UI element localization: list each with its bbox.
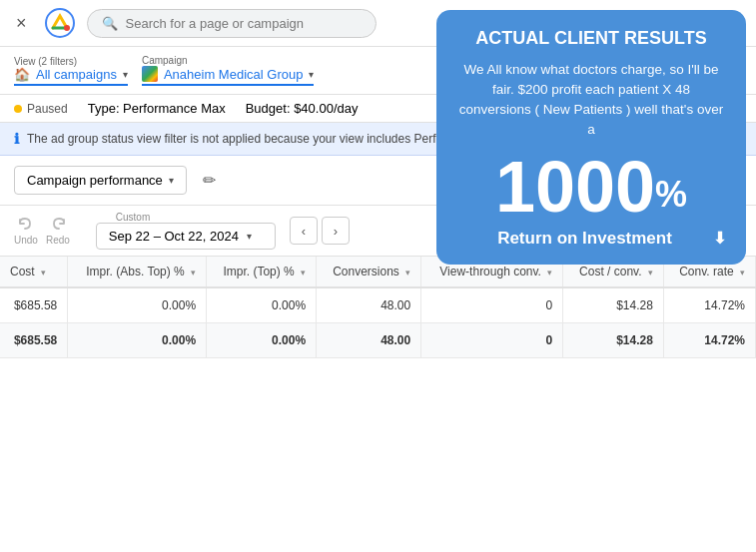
search-bar[interactable]: 🔍 (87, 9, 377, 38)
row-view-through: 0 (421, 287, 563, 323)
overlay-body: We All know what doctors charge, so I'll… (456, 60, 726, 141)
impr-abs-top-header[interactable]: Impr. (Abs. Top) % ▾ (68, 257, 207, 287)
view-sort-icon: ▾ (547, 268, 552, 277)
search-icon: 🔍 (102, 16, 118, 31)
campaign-icon (142, 66, 158, 82)
row-cost: $685.58 (0, 287, 68, 323)
all-campaigns-select[interactable]: 🏠 All campaigns ▾ (14, 67, 128, 86)
cost-conv-sort-icon: ▾ (648, 268, 653, 277)
svg-point-1 (64, 25, 70, 31)
campaign-filter-label: Campaign (142, 55, 314, 66)
undo-icon (17, 216, 35, 234)
budget-label: Budget: $40.00/day (246, 101, 359, 116)
row-conv-rate: 14.72% (663, 287, 755, 323)
campaign-performance-label: Campaign performance (27, 173, 163, 188)
conv-rate-sort-icon: ▾ (740, 268, 745, 277)
impr-top-sort-icon: ▾ (301, 268, 306, 277)
edit-icon[interactable]: ✏ (199, 167, 220, 194)
close-button[interactable]: × (10, 11, 33, 36)
paused-label: Paused (27, 102, 68, 116)
undo-label: Undo (14, 235, 38, 246)
overlay-roi-label: ⬇ Return on Investment (456, 229, 726, 249)
search-input[interactable] (126, 16, 362, 31)
info-message: The ad group status view filter is not a… (27, 132, 488, 146)
impr-top-header[interactable]: Impr. (Top) % ▾ (207, 257, 317, 287)
chevron-down-icon-2: ▾ (309, 69, 314, 80)
view-filter-group: View (2 filters) 🏠 All campaigns ▾ (14, 56, 128, 86)
redo-button[interactable]: Redo (46, 216, 70, 246)
info-icon: ℹ (14, 131, 19, 147)
redo-icon (49, 216, 67, 234)
overlay-big-number: 1000 (495, 147, 655, 227)
google-ads-logo (45, 8, 75, 38)
date-nav-arrows: ‹ › (290, 217, 350, 245)
row-cost-per-conv: $14.28 (563, 287, 664, 323)
cost-header[interactable]: Cost ▾ (0, 257, 68, 287)
impr-abs-sort-icon: ▾ (191, 268, 196, 277)
next-date-button[interactable]: › (322, 217, 350, 245)
overlay-title: ACTUAL CLIENT RESULTS (456, 28, 726, 50)
row-conversions: 48.00 (317, 287, 421, 323)
campaign-select[interactable]: Anaheim Medical Group ▾ (142, 66, 314, 86)
date-range-selector[interactable]: Sep 22 – Oct 22, 2024 ▾ (96, 223, 276, 250)
conversions-header[interactable]: Conversions ▾ (317, 257, 421, 287)
total-conversions: 48.00 (317, 323, 421, 358)
total-conv-rate: 14.72% (663, 323, 755, 358)
campaign-name-label: Anaheim Medical Group (164, 67, 303, 82)
chevron-down-icon: ▾ (123, 69, 128, 80)
results-overlay: ACTUAL CLIENT RESULTS We All know what d… (436, 10, 746, 265)
campaign-performance-select[interactable]: Campaign performance ▾ (14, 166, 187, 195)
row-impr-abs: 0.00% (68, 287, 207, 323)
conv-sort-icon: ▾ (405, 268, 410, 277)
paused-dot (14, 105, 22, 113)
total-impr-abs: 0.00% (68, 323, 207, 358)
type-label: Type: Performance Max (88, 101, 226, 116)
redo-label: Redo (46, 235, 70, 246)
table-totals-row: $685.58 0.00% 0.00% 48.00 0 $14.28 14.72… (0, 323, 756, 358)
date-range-label: Sep 22 – Oct 22, 2024 (109, 229, 239, 244)
custom-label: Custom (116, 212, 276, 223)
table-row: $685.58 0.00% 0.00% 48.00 0 $14.28 14.72… (0, 287, 756, 323)
date-chevron-icon: ▾ (247, 231, 252, 242)
perf-chevron-icon: ▾ (169, 175, 174, 186)
all-campaigns-label: All campaigns (36, 67, 117, 82)
undo-button[interactable]: Undo (14, 216, 38, 246)
undo-redo-group: Undo Redo (14, 216, 70, 246)
campaign-filter-group: Campaign Anaheim Medical Group ▾ (142, 55, 314, 86)
performance-table: Cost ▾ Impr. (Abs. Top) % ▾ Impr. (Top) … (0, 257, 756, 358)
prev-date-button[interactable]: ‹ (290, 217, 318, 245)
view-filter-label: View (2 filters) (14, 56, 128, 67)
total-impr-top: 0.00% (207, 323, 317, 358)
row-impr-top: 0.00% (207, 287, 317, 323)
total-cost-per-conv: $14.28 (563, 323, 664, 358)
download-icon[interactable]: ⬇ (713, 229, 726, 248)
cost-sort-icon: ▾ (41, 268, 46, 277)
home-icon: 🏠 (14, 67, 30, 82)
total-view-through: 0 (421, 323, 563, 358)
paused-badge: Paused (14, 102, 68, 116)
overlay-percent: % (655, 173, 687, 214)
total-cost: $685.58 (0, 323, 68, 358)
